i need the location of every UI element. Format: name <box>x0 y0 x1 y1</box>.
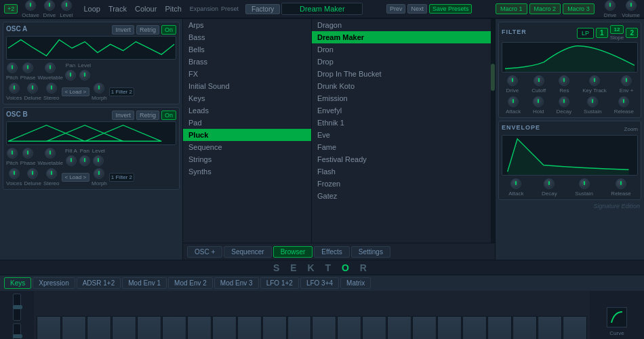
white-key[interactable] <box>187 316 212 339</box>
filter-attack-knob[interactable] <box>508 96 519 107</box>
white-key[interactable] <box>538 316 562 339</box>
white-key[interactable] <box>412 316 437 339</box>
pitch-slider-2[interactable] <box>13 323 21 340</box>
preset-item[interactable]: Fame <box>312 141 495 153</box>
osc-a-on-btn[interactable]: On <box>161 25 176 35</box>
osc-a-pitch-knob[interactable] <box>7 62 18 73</box>
next-btn[interactable]: Next <box>407 4 427 14</box>
osc-b-filter-select[interactable]: 1 Filter 2 <box>109 173 134 182</box>
preset-item[interactable]: Ethnik 1 <box>312 117 495 129</box>
filter-hold-knob[interactable] <box>533 96 544 107</box>
category-item[interactable]: Initial Sound <box>183 80 311 92</box>
white-key[interactable] <box>437 316 462 339</box>
osc-b-pitch-knob[interactable] <box>7 148 18 159</box>
category-item[interactable]: Pad <box>183 117 311 129</box>
category-item[interactable]: Arps <box>183 19 311 31</box>
preset-item[interactable]: Drop In The Bucket <box>312 68 495 80</box>
white-key[interactable] <box>137 316 161 339</box>
prev-btn[interactable]: Prev <box>386 4 406 14</box>
filter-num3[interactable]: 2 <box>626 28 638 38</box>
filter-cutoff-knob[interactable] <box>534 75 544 86</box>
filter-drive-knob[interactable] <box>507 75 518 86</box>
keys-tab-lfo12[interactable]: LFO 1+2 <box>260 277 299 289</box>
filter-num2[interactable]: 12 <box>610 25 624 34</box>
white-key[interactable] <box>563 316 587 339</box>
macro3-btn[interactable]: Macro 3 <box>563 3 595 14</box>
octave-knob[interactable] <box>25 0 36 11</box>
preset-item[interactable]: Eve <box>312 129 495 141</box>
keys-tab-matrix[interactable]: Matrix <box>340 277 371 289</box>
white-key[interactable] <box>362 316 386 339</box>
osc-b-load-btn[interactable]: < Load > <box>62 173 90 182</box>
drive-knob[interactable] <box>44 0 55 11</box>
keys-tab-modenv1[interactable]: Mod Env 1 <box>122 277 167 289</box>
white-key[interactable] <box>87 316 111 339</box>
osc-b-stereo-knob[interactable] <box>46 168 57 179</box>
right-drive-knob[interactable] <box>605 0 616 11</box>
macro2-btn[interactable]: Macro 2 <box>529 3 561 14</box>
factory-tab[interactable]: Factory <box>245 4 280 14</box>
white-key[interactable] <box>212 316 237 339</box>
osc-a-retrig-btn[interactable]: Retrig <box>136 25 159 35</box>
filter-sustain-knob[interactable] <box>587 96 598 107</box>
osc-b-invert-btn[interactable]: Invert <box>112 111 134 120</box>
osc-b-filt-knob[interactable] <box>66 155 77 166</box>
bottom-tab-sequencer[interactable]: Sequencer <box>224 246 271 258</box>
white-key[interactable] <box>337 316 361 339</box>
white-key[interactable] <box>512 316 537 339</box>
preset-item[interactable]: Drop <box>312 56 495 68</box>
scrollbar-thumb[interactable] <box>491 64 495 91</box>
preset-item[interactable]: Festival Ready <box>312 153 495 165</box>
category-item[interactable]: Synths <box>183 165 311 178</box>
preset-item[interactable]: Frozen <box>312 178 495 190</box>
preset-item[interactable]: Dron <box>312 43 495 56</box>
menu-pitch[interactable]: Pitch <box>165 5 181 13</box>
preset-item[interactable]: Dragon <box>312 19 495 31</box>
osc-a-invert-btn[interactable]: Invert <box>112 25 134 35</box>
category-item[interactable]: Sequence <box>183 141 311 153</box>
category-item[interactable]: Pluck <box>183 129 311 141</box>
volume-knob[interactable] <box>626 0 637 11</box>
osc-b-pan-knob[interactable] <box>79 155 90 166</box>
white-key[interactable] <box>37 316 61 339</box>
octave-badge[interactable]: +2 <box>4 4 18 14</box>
preset-scrollbar[interactable] <box>491 19 495 243</box>
env-sustain-knob[interactable] <box>579 178 590 189</box>
category-item[interactable]: Bass <box>183 31 311 43</box>
save-presets-btn[interactable]: Save Presets <box>429 4 472 14</box>
osc-a-pan-knob[interactable] <box>65 70 76 81</box>
osc-b-level-knob[interactable] <box>93 155 104 166</box>
menu-loop[interactable]: Loop <box>83 5 100 13</box>
white-key[interactable] <box>112 316 136 339</box>
osc-a-stereo-knob[interactable] <box>46 83 57 94</box>
env-decay-knob[interactable] <box>544 178 555 189</box>
white-key[interactable] <box>387 316 411 339</box>
preset-item[interactable]: Envefyl <box>312 104 495 117</box>
osc-b-voices-knob[interactable] <box>9 168 20 179</box>
filter-release-knob[interactable] <box>618 96 629 107</box>
osc-a-phase-knob[interactable] <box>22 62 33 73</box>
filter-keytrack-knob[interactable] <box>589 75 600 86</box>
keys-tab-modenv2[interactable]: Mod Env 2 <box>168 277 213 289</box>
osc-a-voices-knob[interactable] <box>9 83 20 94</box>
keys-tab-keys[interactable]: Keys <box>4 277 31 289</box>
category-item[interactable]: Brass <box>183 56 311 68</box>
osc-b-on-btn[interactable]: On <box>161 111 176 120</box>
bottom-tab-osc+[interactable]: OSC + <box>187 246 222 258</box>
filter-env-knob[interactable] <box>621 75 632 86</box>
osc-b-wavetable-knob[interactable] <box>45 148 56 159</box>
osc-a-load-btn[interactable]: < Load > <box>62 87 90 96</box>
keys-tab-adsr12[interactable]: ADSR 1+2 <box>77 277 121 289</box>
white-key[interactable] <box>262 316 287 339</box>
white-key[interactable] <box>62 316 86 339</box>
macro1-btn[interactable]: Macro 1 <box>496 3 527 14</box>
env-release-knob[interactable] <box>616 178 626 189</box>
preset-item[interactable]: Gatez <box>312 190 495 202</box>
osc-a-level-knob[interactable] <box>79 70 90 81</box>
keys-tab-lfo34[interactable]: LFO 3+4 <box>300 277 339 289</box>
white-key[interactable] <box>462 316 487 339</box>
category-item[interactable]: Leads <box>183 104 311 117</box>
osc-b-delune-knob[interactable] <box>27 168 38 179</box>
bottom-tab-effects[interactable]: Effects <box>314 246 349 258</box>
white-key[interactable] <box>487 316 512 339</box>
